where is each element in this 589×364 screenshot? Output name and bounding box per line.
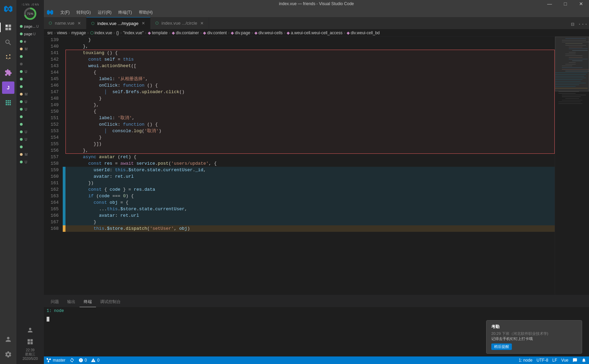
breadcrumb-container[interactable]: ◆ div.container	[172, 30, 199, 35]
extensions-icon[interactable]	[2, 66, 14, 79]
sidebar-file-6[interactable]	[16, 60, 44, 68]
code-line-152: onClick: function () {	[65, 121, 555, 128]
svg-rect-27	[555, 83, 586, 83]
split-editor-button[interactable]: ⊟	[568, 20, 577, 29]
menu-file[interactable]: 文(F)	[58, 9, 72, 16]
sidebar-person-icon[interactable]	[25, 325, 35, 335]
panel-tab-output[interactable]: 输出	[63, 297, 80, 307]
menu-terminal[interactable]: 终端(T)	[116, 9, 134, 16]
sidebar-file-14[interactable]	[16, 121, 44, 128]
breadcrumb-template[interactable]: ◆ template	[148, 30, 168, 35]
panel-tab-problems[interactable]: 问题	[47, 297, 63, 307]
sidebar-file-15[interactable]: U	[16, 128, 44, 136]
sidebar-file-2[interactable]: page U	[16, 30, 44, 38]
code-line-162: const { code } = res.data	[65, 186, 555, 193]
remote-explorer-icon[interactable]	[2, 97, 14, 109]
panel-tab-terminal[interactable]: 终端	[80, 297, 96, 307]
more-actions-button[interactable]: ···	[578, 20, 588, 29]
status-line-ending[interactable]: LF	[552, 358, 557, 363]
code-line-160: avatar: ret.url	[65, 173, 555, 180]
breadcrumb-mypage[interactable]: mypage	[71, 30, 86, 35]
status-branch[interactable]: master	[47, 358, 65, 363]
svg-rect-22	[555, 74, 586, 75]
sidebar-file-8[interactable]	[16, 75, 44, 83]
code-line-154: }	[65, 134, 555, 141]
breadcrumb-index-vue[interactable]: "index.vue"	[123, 30, 144, 35]
source-control-icon[interactable]	[2, 51, 14, 64]
menu-run[interactable]: 运行(R)	[95, 9, 115, 16]
breadcrumb-weui-cell-bd[interactable]: ◆ div.weui-cell_bd	[347, 30, 380, 35]
breadcrumb-src[interactable]: src	[47, 30, 53, 35]
sidebar-grid-icon[interactable]	[25, 337, 35, 347]
code-line-148: }	[65, 95, 555, 102]
svg-rect-29	[555, 86, 576, 87]
sidebar-file-1[interactable]: page... U	[16, 23, 44, 30]
sidebar-file-16[interactable]: U	[16, 136, 44, 143]
tab-close-3[interactable]: ✕	[199, 21, 205, 26]
status-errors[interactable]: 0	[79, 358, 87, 363]
code-line-153: │ console.log('取消')	[65, 128, 555, 134]
notification-button[interactable]: 稍后提醒	[491, 343, 512, 350]
sidebar-file-11[interactable]: U	[16, 98, 44, 105]
status-bell[interactable]	[581, 358, 586, 363]
code-line-156: },	[65, 147, 555, 154]
panel-tab-debug[interactable]: 调试控制台	[96, 297, 125, 307]
tab-index-mypage[interactable]: ⬡ index.vue .../mypage ✕	[86, 17, 151, 29]
tab-close-1[interactable]: ✕	[76, 21, 82, 26]
close-button[interactable]: ✕	[573, 0, 589, 8]
breadcrumb-file[interactable]: ⬡ index.vue	[90, 30, 112, 35]
upload-speed: ↑1 k/s	[21, 3, 29, 6]
code-line-144: {	[65, 69, 555, 76]
sidebar-file-13[interactable]	[16, 113, 44, 121]
sidebar-file-7[interactable]: U	[16, 68, 44, 75]
activity-bar-bottom	[2, 333, 14, 364]
code-line-143: weui.actionSheet([	[65, 63, 555, 69]
breadcrumb-page[interactable]: ◆ div.page	[231, 30, 250, 35]
tab-index-circle[interactable]: ⬡ index.vue .../circle ✕	[151, 17, 209, 29]
menu-goto[interactable]: 转到(G)	[74, 9, 93, 16]
jetbrains-icon[interactable]: J	[2, 81, 14, 94]
code-editor: 139 140 141 142 143 144 145 146 147 148 …	[44, 37, 589, 356]
sidebar-file-5[interactable]	[16, 53, 44, 60]
search-icon[interactable]	[2, 36, 14, 49]
sidebar-file-19[interactable]: U	[16, 158, 44, 166]
sidebar-file-18[interactable]: M	[16, 151, 44, 158]
status-language[interactable]: Vue	[561, 358, 568, 363]
accounts-icon[interactable]	[2, 333, 14, 346]
explorer-icon[interactable]	[2, 21, 14, 34]
code-lines[interactable]: } }, touxiang () { const self = this weu…	[65, 37, 555, 295]
breadcrumb-scope[interactable]: {}	[116, 30, 119, 35]
breadcrumb-content[interactable]: ◆ div.content	[203, 30, 227, 35]
breadcrumb-views[interactable]: views	[57, 30, 67, 35]
diff-u-8	[63, 212, 65, 219]
sidebar-file-10[interactable]: M	[16, 90, 44, 98]
cpu-gauge[interactable]: 71%	[24, 8, 36, 20]
svg-rect-32	[558, 93, 576, 93]
tab-close-2[interactable]: ✕	[141, 21, 146, 26]
sidebar-file-12[interactable]: U	[16, 105, 44, 113]
status-feedback[interactable]	[573, 358, 577, 363]
menu-help[interactable]: 帮助(H)	[136, 9, 156, 16]
status-warnings[interactable]: 0	[91, 358, 99, 363]
code-line-145: label: '从相册选择',	[65, 76, 555, 82]
sidebar-file-3[interactable]: e	[16, 38, 44, 45]
sidebar-file-4[interactable]: M	[16, 45, 44, 53]
status-encoding[interactable]: UTF-8	[537, 358, 548, 363]
tab-name-vue[interactable]: ⬡ name.vue ✕	[44, 17, 86, 29]
breadcrumb-weui-cells[interactable]: ◆ div.weui-cells	[254, 30, 283, 35]
minimap[interactable]	[555, 37, 589, 295]
minimap-preview	[555, 37, 589, 276]
sidebar-file-9[interactable]	[16, 83, 44, 90]
sidebar-file-17[interactable]	[16, 143, 44, 151]
notification: 考勤 20:29 下班（河北软件职业技术学) 记得去手机钉钉上打卡哦 稍后提醒	[486, 320, 582, 354]
svg-rect-0	[6, 25, 8, 27]
minimize-button[interactable]: —	[542, 0, 557, 8]
code-line-167: }	[65, 219, 555, 225]
status-ln-col[interactable]: 1: node	[519, 358, 532, 363]
maximize-button[interactable]: □	[557, 0, 573, 8]
settings-icon[interactable]	[2, 348, 14, 361]
status-sync[interactable]	[70, 358, 74, 363]
code-line-155: }])	[65, 141, 555, 147]
code-line-158: const res = await service.post('users/up…	[65, 160, 555, 167]
breadcrumb-weui-cell[interactable]: ◆ a.weui-cell.weui-cell_access	[287, 30, 342, 35]
